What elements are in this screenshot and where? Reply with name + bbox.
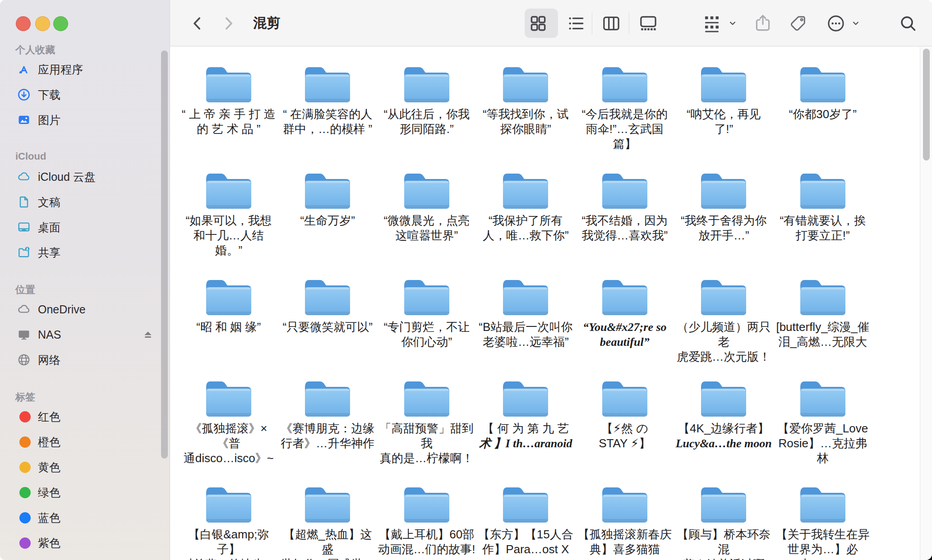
folder-item[interactable]: 【超燃_热血】这盛世如你…国盛世） <box>278 480 378 560</box>
folder-item[interactable]: （少儿频道）两只老虎爱跳…次元版！ <box>674 272 774 364</box>
sidebar-scrollbar[interactable] <box>161 50 168 459</box>
chevron-down-icon[interactable] <box>851 18 861 28</box>
sidebar-item-downloads[interactable]: 下载 <box>0 82 170 107</box>
folder-item[interactable]: “如果可以，我想和十几…人结婚。” <box>179 166 278 258</box>
folder-item[interactable]: 【白银&amp;弥子】对前辈…的地步。 <box>179 480 278 560</box>
folder-icon[interactable] <box>500 60 551 103</box>
folder-item[interactable]: “生命万岁” <box>278 166 378 258</box>
sidebar-item-tag-blue[interactable]: 蓝色 <box>0 505 170 530</box>
folder-icon[interactable] <box>401 374 452 417</box>
folder-item[interactable]: 【关于我转生在异世界为…】必火！！！ <box>773 480 872 560</box>
folder-item[interactable]: “从此往后，你我形同陌路.” <box>377 60 476 151</box>
folder-item[interactable]: “有错就要认，挨打要立正!” <box>773 166 872 258</box>
zoom-button[interactable] <box>53 16 68 31</box>
folder-icon[interactable] <box>302 272 353 316</box>
folder-item[interactable]: 「高甜预警」甜到我真的是…柠檬啊！ <box>377 374 476 466</box>
sidebar-item-pictures[interactable]: 图片 <box>0 107 170 133</box>
folder-item[interactable]: “ 在满脸笑容的人群中，…的模样 ” <box>278 60 378 151</box>
folder-icon[interactable] <box>401 480 452 523</box>
sidebar-item-network[interactable]: 网络 <box>0 347 170 372</box>
folder-icon[interactable] <box>599 60 651 103</box>
sidebar-item-onedrive[interactable]: OneDrive <box>0 297 170 322</box>
folder-item[interactable]: 《赛博朋克：边缘行者》…升华神作 <box>278 374 378 466</box>
folder-icon[interactable] <box>698 374 749 417</box>
sidebar-item-tag-green[interactable]: 绿色 <box>0 480 170 505</box>
column-view-button[interactable] <box>601 13 622 34</box>
eject-icon[interactable] <box>142 328 154 341</box>
folder-icon[interactable] <box>401 272 452 316</box>
sidebar-item-tag-yellow[interactable]: 黄色 <box>0 454 170 480</box>
folder-item[interactable]: “我终于舍得为你放开手…” <box>674 166 774 258</box>
folder-item[interactable]: “昭 和 姻 缘” <box>179 272 278 364</box>
content-scrollbar-track[interactable] <box>920 47 932 560</box>
folder-item[interactable]: 《孤独摇滚》×《普通disco…isco》~ <box>179 374 278 466</box>
folder-icon[interactable] <box>599 480 651 523</box>
folder-icon[interactable] <box>599 374 651 417</box>
sidebar-item-tag-orange[interactable]: 橙色 <box>0 429 170 454</box>
folder-icon[interactable] <box>500 480 551 523</box>
folder-item[interactable]: “微微晨光，点亮这喧嚣世界” <box>377 166 476 258</box>
folder-icon[interactable] <box>302 60 353 103</box>
folder-icon[interactable] <box>599 166 651 209</box>
sidebar-item-icloud-drive[interactable]: iCloud 云盘 <box>0 164 170 189</box>
folder-item[interactable]: “You&#x27;re sobeautiful” <box>575 272 674 364</box>
folder-item[interactable]: “B站最后一次叫你老婆啦…远幸福” <box>476 272 576 364</box>
folder-icon[interactable] <box>797 374 849 417</box>
folder-icon[interactable] <box>797 272 849 316</box>
folder-item[interactable]: 【顾与】桥本环奈混剪｜她曾活过啊 <box>674 480 774 560</box>
folder-icon[interactable] <box>797 480 849 523</box>
folder-icon[interactable] <box>401 166 452 209</box>
folder-icon[interactable] <box>500 272 551 316</box>
folder-item[interactable]: “你都30岁了” <box>773 60 872 151</box>
back-button[interactable] <box>189 15 206 32</box>
folder-icon[interactable] <box>203 374 254 417</box>
folder-icon[interactable] <box>302 374 353 417</box>
folder-item[interactable]: 【 何 为 第 九 艺术 】I th…aranoid <box>476 374 576 466</box>
folder-item[interactable]: 【戴上耳机】60部动画混…们的故事! <box>377 480 476 560</box>
folder-item[interactable]: 【孤独摇滚新春庆典】喜多猫猫 <box>575 480 674 560</box>
folder-icon[interactable] <box>500 166 551 209</box>
gallery-view-button[interactable] <box>638 13 659 34</box>
folder-icon[interactable] <box>401 60 452 103</box>
folder-icon[interactable] <box>500 374 551 417</box>
share-button[interactable] <box>752 13 773 33</box>
folder-item[interactable]: “今后我就是你的雨伞!”…玄武国篇】 <box>575 60 674 151</box>
list-view-button[interactable] <box>566 13 586 34</box>
folder-icon[interactable] <box>203 166 254 209</box>
folder-icon[interactable] <box>698 60 749 103</box>
chevron-down-icon[interactable] <box>728 18 738 28</box>
sidebar-item-nas[interactable]: NAS <box>0 322 170 347</box>
tag-button[interactable] <box>788 13 808 34</box>
folder-icon[interactable] <box>698 272 749 316</box>
icon-view-button[interactable] <box>528 13 549 34</box>
close-button[interactable] <box>16 16 31 31</box>
folder-item[interactable]: “专门剪烂，不让你们心动” <box>377 272 476 364</box>
folder-item[interactable]: “呐艾伦，再见了!” <box>674 60 774 151</box>
forward-button[interactable] <box>220 15 237 32</box>
sidebar-item-applications[interactable]: 应用程序 <box>0 57 170 82</box>
folder-item[interactable]: 【爱你罗茜_LoveRosie】…克拉弗林 <box>773 374 872 466</box>
folder-item[interactable]: “我保护了所有人，唯…救下你” <box>476 166 576 258</box>
search-button[interactable] <box>898 14 918 33</box>
folder-item[interactable]: 【⚡然 のSTAY ⚡】 <box>575 374 674 466</box>
folder-icon[interactable] <box>302 480 353 523</box>
folder-icon[interactable] <box>203 480 254 523</box>
folder-item[interactable]: 【东方】【15人合作】Para…ost X 15 <box>476 480 576 560</box>
folder-icon[interactable] <box>599 272 651 316</box>
folder-icon[interactable] <box>797 166 849 209</box>
folder-item[interactable]: “我不结婚，因为我觉得…喜欢我” <box>575 166 674 258</box>
more-options-button[interactable] <box>826 13 846 34</box>
folder-icon[interactable] <box>302 166 353 209</box>
folder-item[interactable]: “只要微笑就可以” <box>278 272 378 364</box>
content-scrollbar[interactable] <box>923 49 930 161</box>
grouping-button[interactable] <box>701 13 722 34</box>
folder-item[interactable]: “ 上 帝 亲 手 打 造的 艺 术 品 ” <box>179 60 278 151</box>
sidebar-item-desktop[interactable]: 桌面 <box>0 215 170 240</box>
folder-item[interactable]: 【4K_边缘行者】Lucy&a…the moon <box>674 374 774 466</box>
sidebar-item-documents[interactable]: 文稿 <box>0 189 170 215</box>
sidebar-item-shared[interactable]: 共享 <box>0 240 170 265</box>
folder-item[interactable]: “等我找到你，试探你眼睛” <box>476 60 576 151</box>
folder-item[interactable]: [butterfly_综漫_催泪_高燃…无限大 <box>773 272 872 364</box>
folder-icon[interactable] <box>698 166 749 209</box>
folder-icon[interactable] <box>797 60 849 103</box>
